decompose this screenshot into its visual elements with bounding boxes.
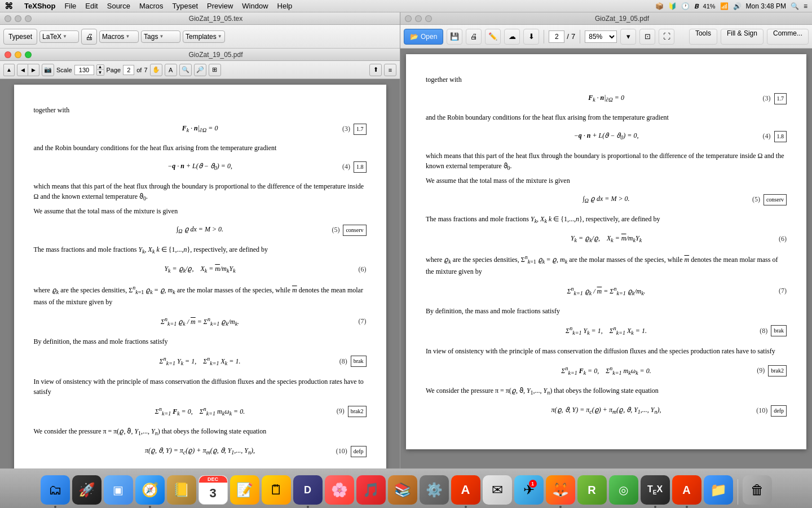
- dock-icon-syspreferences[interactable]: ⚙️: [420, 475, 449, 505]
- zoom-dropdown-button[interactable]: ▾: [620, 29, 636, 45]
- dock-icon-acrobat2[interactable]: A: [672, 475, 701, 505]
- share-button[interactable]: ⬆: [369, 64, 382, 76]
- acrobat-maximize-button[interactable]: [425, 15, 432, 22]
- page-of-label: of: [136, 67, 142, 73]
- eq3-number-left: (3): [342, 124, 350, 134]
- macros-dropdown[interactable]: Macros ▼: [99, 30, 139, 43]
- snapshot-button[interactable]: 📷: [42, 64, 54, 76]
- dock-icon-finder2[interactable]: 📁: [704, 475, 733, 505]
- eq5-row-left: ∫Ω ϱ dx = M > 0. (5) conserv: [34, 220, 367, 240]
- print-button[interactable]: 🖨: [81, 29, 97, 45]
- acrobat-window: GioZat_19_05.pdf 📂 Open 💾 🖨 ✏️ ☁ ⬇ / 7 8…: [400, 12, 812, 468]
- clock-icon[interactable]: 🕐: [681, 2, 690, 10]
- nav-prev-button[interactable]: ◀: [17, 64, 28, 76]
- menu-macros[interactable]: Macros: [135, 0, 168, 12]
- save-button[interactable]: 💾: [447, 29, 462, 45]
- tags-dropdown[interactable]: Tags ▼: [141, 30, 180, 43]
- onx-icon[interactable]: 🔰: [668, 2, 677, 10]
- dock-icon-tex[interactable]: TEX: [641, 475, 670, 505]
- search-icon[interactable]: 🔍: [791, 2, 799, 10]
- menu-texshop[interactable]: TeXShop: [20, 0, 60, 12]
- acrobat-minimize-button[interactable]: [415, 15, 422, 22]
- edit-button[interactable]: ✏️: [485, 29, 501, 45]
- dropbox-icon[interactable]: 📦: [655, 2, 664, 10]
- pdf-close-button[interactable]: [5, 51, 11, 58]
- scale-label: Scale: [56, 67, 72, 73]
- bluetooth-icon[interactable]: 𝘽: [694, 2, 699, 10]
- dock-icon-addressbook[interactable]: 📒: [167, 475, 196, 505]
- sidebar-toggle-button[interactable]: ≡: [384, 64, 396, 76]
- close-button[interactable]: [5, 15, 11, 22]
- tools-button[interactable]: Tools: [689, 29, 717, 45]
- pdf-minimize-button[interactable]: [15, 51, 21, 58]
- eq5-number-left: (5): [332, 225, 339, 235]
- text-select-button[interactable]: A: [165, 64, 177, 76]
- dock-icon-calendar[interactable]: DEC 3: [198, 475, 228, 505]
- comments-button[interactable]: Comme...: [767, 29, 809, 45]
- templates-dropdown[interactable]: Templates ▼: [183, 30, 225, 43]
- dock-icon-reeder[interactable]: R: [577, 475, 607, 505]
- minimize-button[interactable]: [15, 15, 21, 22]
- eq10-row-left: π(ϱ, ϑ, Y) = πc(ϱ) + πm(ϱ, ϑ, Y1,..., Yn…: [34, 441, 367, 462]
- safari-icon: 🧭: [142, 482, 158, 498]
- acrobat-titlebar: GioZat_19_05.pdf: [400, 12, 812, 25]
- dock-icon-music[interactable]: 🎵: [356, 475, 386, 505]
- typeset-button[interactable]: Typeset: [3, 29, 37, 45]
- dock-icon-airmail[interactable]: ✈1: [514, 475, 544, 505]
- apple-menu[interactable]: ⌘: [5, 1, 13, 11]
- cloud-button[interactable]: ☁: [504, 29, 520, 45]
- dock-icon-launchpad[interactable]: 🚀: [72, 475, 102, 505]
- nav-up-button[interactable]: ▲: [3, 64, 15, 76]
- page-number-input[interactable]: [123, 65, 134, 75]
- dock-icon-missioncontrol[interactable]: ▣: [104, 475, 133, 505]
- menu-typeset[interactable]: Typeset: [168, 0, 203, 12]
- dock-icon-dyvu[interactable]: D: [293, 475, 323, 505]
- maximize-button[interactable]: [25, 15, 32, 22]
- magnify-button[interactable]: 🔍: [179, 64, 192, 76]
- acrobat-close-button[interactable]: [405, 15, 412, 22]
- menu-window[interactable]: Window: [237, 0, 272, 12]
- menu-file[interactable]: File: [60, 0, 81, 12]
- menu-preview[interactable]: Preview: [202, 0, 237, 12]
- nav-next-button[interactable]: ▶: [28, 64, 39, 76]
- grid-button[interactable]: ⊞: [209, 64, 221, 76]
- download-button[interactable]: ⬇: [523, 29, 539, 45]
- battery-indicator[interactable]: 41%: [703, 3, 716, 10]
- wifi-icon[interactable]: 📶: [720, 2, 729, 10]
- fullscreen-button[interactable]: ⛶: [659, 29, 674, 45]
- page-navigation: / 7: [549, 30, 575, 43]
- menu-help[interactable]: Help: [273, 0, 297, 12]
- dock-icon-finder[interactable]: 🗂: [41, 475, 70, 505]
- eq7-number-right: (7): [779, 286, 787, 296]
- dock-icon-firefox[interactable]: 🦊: [546, 475, 575, 505]
- scale-down-button[interactable]: ▼: [96, 70, 104, 76]
- print-pdf-button[interactable]: 🖨: [466, 29, 482, 45]
- zoom-selector[interactable]: 85% 100% 125% 150%: [585, 30, 617, 43]
- search-button[interactable]: 🔎: [194, 64, 206, 76]
- dock-icon-notes[interactable]: 📝: [230, 475, 259, 505]
- page-number-field[interactable]: [549, 30, 564, 43]
- dock-icon-acrobat[interactable]: A: [451, 475, 480, 505]
- dock-icon-sparrow[interactable]: ✉: [483, 475, 512, 505]
- dock-icon-photos[interactable]: 🌸: [325, 475, 354, 505]
- folder-icon: 📂: [410, 33, 418, 41]
- hand-tool-button[interactable]: ✋: [150, 64, 162, 76]
- menu-edit[interactable]: Edit: [81, 0, 102, 12]
- eq4-desc-left: and the Robin boundary conditions for th…: [34, 143, 367, 153]
- dock-icon-trash[interactable]: 🗑: [743, 475, 772, 505]
- scale-up-button[interactable]: ▲: [96, 64, 104, 70]
- dock-icon-stickies[interactable]: 🗒: [262, 475, 291, 505]
- volume-icon[interactable]: 🔊: [733, 2, 742, 10]
- pdf-maximize-button[interactable]: [25, 51, 32, 58]
- dock-icon-onx[interactable]: ◎: [609, 475, 638, 505]
- menu-bar: ⌘ TeXShop File Edit Source Macros Typese…: [0, 0, 812, 12]
- latex-dropdown[interactable]: LaTeX ▼: [39, 30, 79, 43]
- open-button[interactable]: 📂 Open: [404, 29, 443, 45]
- scale-input[interactable]: [74, 65, 94, 75]
- fill-sign-button[interactable]: Fill & Sign: [721, 29, 764, 45]
- menu-source[interactable]: Source: [103, 0, 135, 12]
- dock-icon-safari[interactable]: 🧭: [135, 475, 165, 505]
- fit-page-button[interactable]: ⊡: [639, 29, 655, 45]
- control-strip-icon[interactable]: ≡: [804, 2, 807, 10]
- dock-icon-books[interactable]: 📚: [388, 475, 417, 505]
